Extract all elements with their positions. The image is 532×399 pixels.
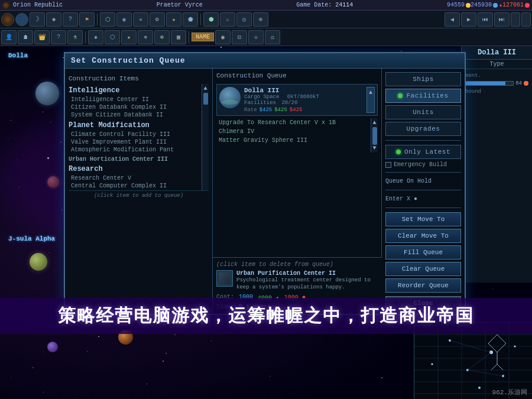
action-divider-4 [385,207,461,208]
queue-list[interactable]: Upgrade To Research Center V x 1B Chimer… [216,118,378,153]
name-badge[interactable]: NAME [192,33,214,41]
tb2-btn-12[interactable]: ◉ [215,30,231,44]
scroll-up-arrow[interactable]: ▲ [203,84,207,92]
queue-on-hold-label: Queue On Hold [385,177,461,186]
scroll-thumb[interactable] [203,93,208,105]
progress-row: 84 [465,80,528,86]
only-latest-button[interactable]: Only Latest [385,145,461,159]
item-climate-control[interactable]: Climate Control Facility III [69,131,202,138]
tb1-btn-1[interactable] [1,13,14,26]
queue-scroll-arrow[interactable]: ▲ [366,87,375,113]
queue-scroll-up[interactable]: ▲ [372,118,376,126]
tb1-btn-15[interactable]: ◎ [236,12,252,27]
queue-header-label: Construction Queue [216,72,287,79]
tb1-btn-14[interactable]: ⚔ [220,12,235,27]
tb1-btn-nav2[interactable]: ▶ [461,12,476,27]
facilities-label: Facilities [406,92,448,99]
queue-item-planet[interactable]: Dolla III Cargo Space 0kT/8000kT Facilit… [216,84,378,116]
tb2-btn-11[interactable]: ▦ [171,30,186,44]
only-latest-label: Only Latest [404,148,450,155]
tb2-btn-13[interactable]: ⊡ [232,30,247,44]
fill-queue-button[interactable]: Fill Queue [385,245,461,259]
construction-scrollbar[interactable]: ▲ [202,84,209,190]
tb2-btn-7[interactable]: ⬡ [105,30,120,44]
tb1-btn-extra2[interactable] [521,12,531,27]
resource-production: 245930 ✦ [471,2,502,9]
tb1-btn-11[interactable]: ★ [166,12,181,27]
tb2-btn-3[interactable]: 👑 [34,30,50,44]
tb2-btn-8[interactable]: ★ [121,30,137,44]
clear-queue-button[interactable]: Clear Queue [385,262,461,276]
construction-list-content: Intelligence Inteliigence Center II Citi… [69,84,202,190]
resource-other: 127061 [502,2,530,8]
queue-list-item-3[interactable]: Matter Gravity Sphere III [216,136,371,145]
tb2-btn-4[interactable]: ? [51,30,66,44]
emergency-build-label: Emergency Build [394,161,447,168]
tb1-btn-6[interactable]: ⚑ [79,12,95,27]
tb1-btn-5[interactable]: ? [63,12,78,27]
item-citizen-databank[interactable]: Citizen Databank Complex II [69,103,202,111]
tb1-btn-16[interactable]: ⊕ [253,12,268,27]
right-panel: Dolla III Type ment. 84 bound [461,46,532,283]
emergency-build-row[interactable]: Emergency Build [385,161,461,168]
queue-scrollbar[interactable]: ▲ ▼ [371,118,378,153]
detail-item-icon [216,270,233,287]
svg-point-15 [432,364,433,365]
enter-x-label: Enter X ● [385,194,461,203]
tb2-btn-1[interactable]: 👤 [1,30,17,44]
toolbar2-sep-2 [189,31,189,43]
resource-credits-value: 94559 [447,2,465,8]
reorder-queue-button[interactable]: Reorder Queue [385,278,461,293]
tb2-btn-14[interactable]: ☠ [248,30,264,44]
set-move-to-button[interactable]: Set Move To [385,212,461,226]
planet-tiny-1 [47,342,58,352]
emergency-build-checkbox[interactable] [385,162,391,168]
tb1-btn-8[interactable]: ◉ [116,12,132,27]
queue-item-info: Dolla III Cargo Space 0kT/8000kT Facilit… [244,87,363,113]
tb1-btn-9[interactable]: ✈ [133,12,148,27]
queue-list-item-2[interactable]: Chimera IV [216,127,371,136]
tb1-btn-4[interactable]: ◈ [46,12,61,27]
production-icon [493,3,498,8]
item-system-computer[interactable]: System Computer Complex II [69,190,202,190]
tb2-btn-5[interactable]: ⚗ [67,30,83,44]
tb1-btn-nav3[interactable]: ⏮ [478,12,493,27]
clear-move-to-button[interactable]: Clear Move To [385,229,461,243]
item-system-citizen[interactable]: System Citizen Databank II [69,111,202,119]
svg-marker-17 [488,335,506,352]
tb1-btn-nav4[interactable]: ⏭ [494,12,510,27]
queue-cargo: Cargo Space 0kT/8000kT [244,94,363,100]
queue-scroll-down[interactable]: ▼ [372,145,376,153]
tb1-btn-2[interactable] [15,13,28,26]
section-research: Research [69,165,202,173]
item-research-center[interactable]: Research Center V [69,174,202,182]
queue-header: Construction Queue [216,72,378,79]
tb2-btn-15[interactable]: ⚖ [265,30,280,44]
tb2-btn-10[interactable]: ⊛ [154,30,170,44]
item-valve-improvement[interactable]: Valve Improvement Plant III [69,138,202,146]
queue-scroll-thumb[interactable] [372,127,377,145]
units-button[interactable]: Units [385,105,461,119]
tb1-btn-3[interactable]: ☽ [30,12,45,27]
queue-list-item-1[interactable]: Upgrade To Research Center V x 1B [216,118,371,127]
tb2-btn-2[interactable]: ☗ [18,30,33,44]
tb1-btn-nav1[interactable]: ◀ [445,12,460,27]
alert-icon [525,3,530,8]
tb1-btn-7[interactable]: ⬡ [100,12,115,27]
tb1-btn-10[interactable]: ⚙ [150,12,165,27]
tb2-btn-9[interactable]: ⎈ [138,30,153,44]
date-value: 24114 [335,2,353,8]
facilities-button[interactable]: Facilities [385,89,461,103]
item-central-computer[interactable]: Central Computer Complex II [69,182,202,190]
tb1-btn-extra1[interactable] [511,12,520,27]
tb1-btn-12[interactable]: ⬟ [183,12,198,27]
planet-jsula [30,253,47,271]
item-intelligence-center[interactable]: Inteliigence Center II [69,96,202,103]
item-atmospheric[interactable]: Atmospheric Modification Pant [69,146,202,154]
tb2-btn-6[interactable]: ◈ [88,30,103,44]
faction-name: Orion Republic [13,2,63,8]
construction-list[interactable]: Intelligence Inteliigence Center II Citi… [69,84,209,190]
upgrades-button[interactable]: Upgrades [385,122,461,136]
ships-button[interactable]: Ships [385,72,461,86]
tb1-btn-13[interactable]: ⬢ [203,12,219,27]
